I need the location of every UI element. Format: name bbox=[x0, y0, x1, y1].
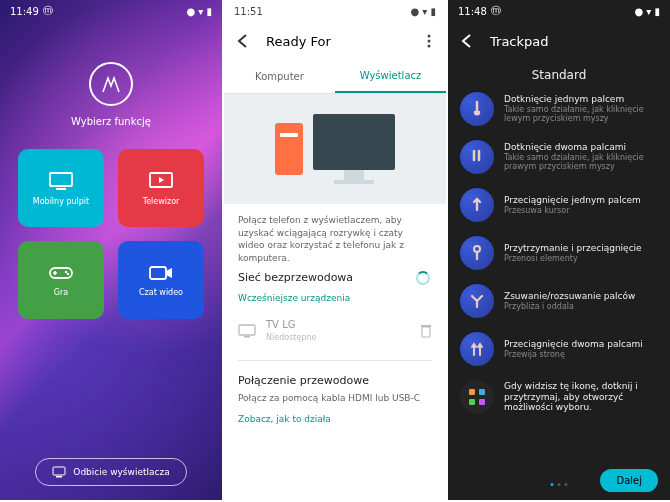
moto-status-icon: ⓜ bbox=[43, 4, 53, 18]
tile-label: Czat wideo bbox=[139, 288, 183, 297]
wired-heading: Połączenie przewodowe bbox=[238, 373, 369, 388]
gesture-icon bbox=[460, 92, 494, 126]
status-bar: 11:51 ● ▾ ▮ bbox=[224, 0, 446, 22]
device-name: TV LG bbox=[266, 318, 410, 332]
cast-icon bbox=[52, 466, 66, 478]
svg-rect-19 bbox=[469, 399, 475, 405]
screen-trackpad: 11:48ⓜ ● ▾ ▮ Trackpad Standard Dotknięci… bbox=[448, 0, 670, 500]
app-title: Trackpad bbox=[490, 34, 660, 49]
svg-point-4 bbox=[65, 270, 67, 272]
tile-tv[interactable]: Telewizor bbox=[118, 149, 204, 227]
phone-illustration bbox=[275, 123, 303, 175]
desktop-icon bbox=[48, 171, 74, 191]
mirror-label: Odbicie wyświetlacza bbox=[73, 467, 169, 477]
svg-rect-15 bbox=[421, 325, 431, 327]
status-bar: 11:48ⓜ ● ▾ ▮ bbox=[448, 0, 670, 22]
gesture-two-tap: Dotknięcie dwoma palcamiTakie samo dział… bbox=[460, 140, 658, 174]
grid-icon bbox=[460, 380, 494, 414]
gesture-hold-drag: Przytrzymanie i przeciągnięciePrzenosi e… bbox=[460, 236, 658, 270]
motorola-logo bbox=[89, 62, 133, 106]
screen-ready-for-display: 11:51 ● ▾ ▮ Ready For Komputer Wyświetla… bbox=[224, 0, 446, 500]
mirror-display-button[interactable]: Odbicie wyświetlacza bbox=[35, 458, 186, 486]
tab-bar: Komputer Wyświetlacz bbox=[224, 60, 446, 94]
monitor-illustration bbox=[313, 114, 395, 170]
gesture-one-tap: Dotknięcie jednym palcemTakie samo dział… bbox=[460, 92, 658, 126]
video-chat-icon bbox=[148, 264, 174, 282]
gesture-icon bbox=[460, 140, 494, 174]
gesture-one-drag: Przeciągnięcie jednym palcemPrzesuwa kur… bbox=[460, 188, 658, 222]
gesture-pinch: Zsuwanie/rozsuwanie palcówPrzybliża i od… bbox=[460, 284, 658, 318]
svg-rect-0 bbox=[50, 173, 72, 186]
svg-rect-20 bbox=[479, 399, 485, 405]
gesture-icon bbox=[460, 332, 494, 366]
more-icon[interactable] bbox=[422, 33, 436, 49]
clock: 11:49 bbox=[10, 6, 39, 17]
loading-spinner bbox=[416, 271, 430, 285]
tile-mobile-desktop[interactable]: Mobilny pulpit bbox=[18, 149, 104, 227]
status-icons: ● ▾ ▮ bbox=[186, 6, 212, 17]
svg-rect-17 bbox=[469, 389, 475, 395]
status-icons: ● ▾ ▮ bbox=[410, 6, 436, 17]
gesture-list: Dotknięcie jednym palcemTakie samo dział… bbox=[448, 92, 670, 461]
tile-label: Gra bbox=[54, 288, 68, 297]
svg-point-9 bbox=[428, 35, 431, 38]
app-bar: Trackpad bbox=[448, 22, 670, 60]
svg-rect-1 bbox=[56, 188, 66, 190]
tv-icon bbox=[148, 171, 174, 191]
status-icons: ● ▾ ▮ bbox=[634, 6, 660, 17]
wired-subtext: Połącz za pomocą kabla HDMI lub USB-C bbox=[238, 392, 432, 405]
svg-point-11 bbox=[428, 45, 431, 48]
delete-icon[interactable] bbox=[420, 324, 432, 338]
svg-rect-12 bbox=[239, 325, 255, 335]
tile-label: Telewizor bbox=[143, 197, 180, 206]
choose-function-title: Wybierz funkcję bbox=[71, 116, 151, 127]
illustration bbox=[224, 94, 446, 204]
app-title: Ready For bbox=[266, 34, 408, 49]
tile-label: Mobilny pulpit bbox=[33, 197, 89, 206]
status-bar: 11:49ⓜ ● ▾ ▮ bbox=[0, 0, 222, 22]
page-indicator bbox=[551, 483, 568, 486]
tab-display[interactable]: Wyświetlacz bbox=[335, 60, 446, 93]
svg-rect-8 bbox=[56, 476, 62, 478]
screen-ready-for-home: 11:49ⓜ ● ▾ ▮ Wybierz funkcję Mobilny pul… bbox=[0, 0, 222, 500]
back-icon[interactable] bbox=[458, 32, 476, 50]
svg-rect-6 bbox=[150, 267, 166, 279]
display-icon bbox=[238, 324, 256, 338]
previous-devices-label: Wcześniejsze urządzenia bbox=[238, 292, 432, 305]
svg-rect-7 bbox=[53, 467, 65, 475]
app-bar: Ready For bbox=[224, 22, 446, 60]
mode-title: Standard bbox=[448, 68, 670, 82]
gesture-icon bbox=[460, 284, 494, 318]
device-status: Niedostępne bbox=[266, 332, 410, 343]
gesture-two-drag: Przeciągnięcie dwoma palcamiPrzewija str… bbox=[460, 332, 658, 366]
tile-game[interactable]: Gra bbox=[18, 241, 104, 319]
moto-status-icon: ⓜ bbox=[491, 4, 501, 18]
svg-point-5 bbox=[67, 272, 69, 274]
gesture-grid-hint: Gdy widzisz tę ikonę, dotknij i przytrzy… bbox=[460, 380, 658, 414]
gamepad-icon bbox=[48, 264, 74, 282]
next-button[interactable]: Dalej bbox=[600, 469, 658, 492]
back-icon[interactable] bbox=[234, 32, 252, 50]
how-it-works-link[interactable]: Zobacz, jak to działa bbox=[238, 413, 432, 426]
device-row[interactable]: TV LG Niedostępne bbox=[238, 314, 432, 347]
svg-rect-14 bbox=[422, 327, 430, 337]
clock: 11:48 bbox=[458, 6, 487, 17]
tile-video-chat[interactable]: Czat wideo bbox=[118, 241, 204, 319]
svg-rect-13 bbox=[244, 336, 250, 338]
clock: 11:51 bbox=[234, 6, 263, 17]
description-text: Połącz telefon z wyświetlaczem, aby uzys… bbox=[238, 214, 432, 264]
svg-rect-18 bbox=[479, 389, 485, 395]
tab-computer[interactable]: Komputer bbox=[224, 60, 335, 93]
gesture-icon bbox=[460, 188, 494, 222]
svg-point-10 bbox=[428, 40, 431, 43]
gesture-icon bbox=[460, 236, 494, 270]
wireless-heading: Sieć bezprzewodowa bbox=[238, 270, 353, 285]
